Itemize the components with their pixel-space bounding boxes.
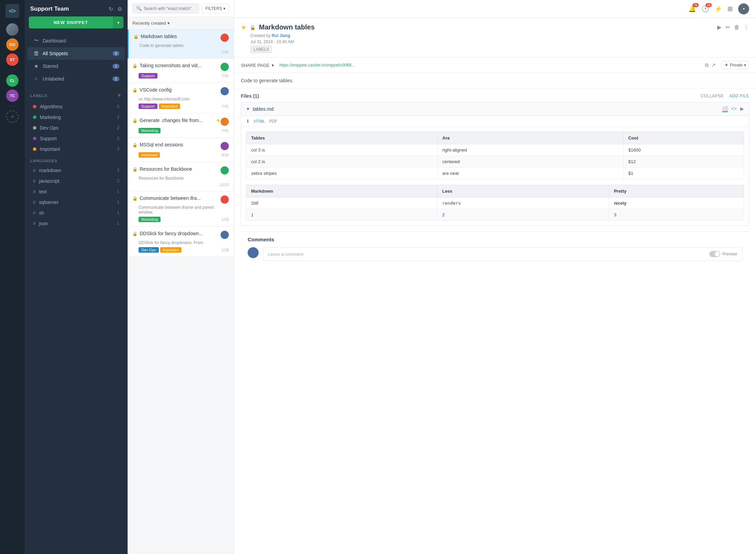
lang-item-sh[interactable]: # sh 1: [27, 208, 125, 218]
share-url[interactable]: https://snippets.cacher.io/snippet/c9068…: [280, 63, 699, 68]
add-label-button[interactable]: ＋: [116, 92, 122, 99]
table-cell: $1: [623, 168, 744, 179]
settings-icon[interactable]: ⚙: [117, 6, 122, 12]
activity-icon[interactable]: 🔔 71: [688, 5, 696, 13]
label-item-important[interactable]: Important 3: [27, 144, 125, 154]
add-team-button[interactable]: +: [6, 110, 19, 123]
code-icon[interactable]: <>: [731, 106, 737, 112]
pdf-download-link[interactable]: PDF: [269, 119, 277, 124]
hash-icon: #: [33, 168, 36, 173]
starred-count: 1: [113, 64, 119, 69]
feed-icon[interactable]: ⚡: [714, 5, 722, 13]
table-cell: are neat: [437, 168, 623, 179]
lang-item-text[interactable]: # text 1: [27, 186, 125, 197]
label-item-devops[interactable]: Dev Ops 2: [27, 123, 125, 133]
delete-icon[interactable]: 🗑: [734, 24, 740, 31]
search-input[interactable]: [144, 6, 195, 11]
label-count: 0: [117, 104, 119, 109]
sidebar-item-unlabeled[interactable]: ○ Unlabeled 2: [27, 73, 125, 85]
lang-item-json[interactable]: # json 1: [27, 218, 125, 229]
comments-title: Comments: [248, 237, 742, 242]
grid-icon[interactable]: ⊞: [728, 5, 733, 13]
important-dot: [33, 147, 36, 151]
snippet-item[interactable]: 🔒 DDSlick for fancy dropdown... DDSlick …: [128, 227, 234, 257]
html-download-link[interactable]: HTML: [254, 119, 265, 124]
copy-icon[interactable]: ⧉: [705, 62, 709, 68]
hash-icon: #: [33, 178, 36, 184]
refresh-icon[interactable]: ↻: [109, 6, 113, 12]
new-snippet-button[interactable]: NEW SNIPPET: [29, 16, 113, 28]
snippet-item[interactable]: 🔒 Resources for Backbone Resources for B…: [128, 162, 234, 191]
preview-icon[interactable]: ⬜: [722, 106, 728, 112]
snippet-item[interactable]: ★ 🔒 Generate .changes file from... Marke…: [128, 113, 234, 138]
private-button[interactable]: 👁 Private ▾: [721, 61, 749, 69]
download-icon[interactable]: ⬇: [246, 119, 250, 124]
sidebar-item-all-snippets[interactable]: ☰ All Snippets 9: [27, 47, 125, 60]
tag: Marketing: [139, 217, 161, 222]
edit-icon[interactable]: ✏: [725, 24, 730, 31]
snippet-item[interactable]: 🔒 Communicate between ifra... Communicat…: [128, 191, 234, 227]
tag: Important: [160, 247, 181, 253]
collapse-button[interactable]: COLLAPSE: [701, 94, 724, 98]
add-file-button[interactable]: ADD FILE: [729, 94, 749, 98]
snippet-item[interactable]: 🔒 VSCode config vs http://www.microsoft.…: [128, 83, 234, 113]
table-cell: $1600: [623, 144, 744, 156]
lang-count: 2: [117, 179, 119, 183]
snippet-description: Code to generate tables.: [234, 73, 756, 88]
table-row: col 3 is right-aligned $1600: [246, 144, 744, 156]
share-copy-buttons: ⧉ ↗: [705, 62, 716, 68]
tag: Dev Ops: [139, 247, 159, 253]
play-icon[interactable]: ▶: [717, 24, 721, 31]
label-item-support[interactable]: Support 2: [27, 133, 125, 144]
comment-input-box[interactable]: Leave a comment Preview: [263, 247, 742, 261]
sidebar-item-dashboard[interactable]: 〜 Dashboard: [27, 34, 125, 47]
lock-icon: 🔒: [132, 167, 138, 172]
run-icon[interactable]: ▶: [740, 106, 744, 112]
lang-item-markdown[interactable]: # markdown 3: [27, 165, 125, 176]
more-icon[interactable]: ⋮: [744, 24, 749, 31]
sidebar-item-starred[interactable]: ★ Starred 1: [27, 60, 125, 72]
avatar-cl[interactable]: CL: [6, 74, 19, 87]
main-avatar[interactable]: [6, 23, 19, 36]
snippet-item[interactable]: 🔒 Markdown tables Code to generate table…: [128, 29, 234, 59]
sidebar-header: Support Team ↻ ⚙: [25, 0, 128, 16]
sort-label: Recently created: [132, 21, 166, 26]
activity-badge: 71: [693, 3, 699, 7]
filters-button[interactable]: FILTERS ▾: [202, 4, 229, 13]
sort-header[interactable]: Recently created ▾: [128, 17, 234, 29]
table-cell: col 2 is: [246, 156, 438, 168]
detail-star-icon[interactable]: ★: [241, 24, 246, 31]
snippet-date: 7/31: [222, 104, 229, 108]
detail-labels-row: LABELS: [250, 46, 749, 53]
file-chevron-icon[interactable]: ▼: [246, 107, 250, 111]
snippet-tags: Important: [139, 152, 160, 158]
hash-icon: #: [33, 200, 36, 205]
lang-item-javascript[interactable]: # javascript 2: [27, 176, 125, 186]
snippet-title: Communicate between ifra...: [140, 195, 218, 201]
preview-toggle-switch[interactable]: [709, 251, 720, 257]
new-snippet-container: NEW SNIPPET ▾: [29, 16, 123, 28]
comments-section: Comments Leave a comment Preview: [241, 231, 749, 266]
lang-count: 1: [117, 210, 119, 215]
label-item-marketing[interactable]: Marketing 2: [27, 112, 125, 122]
avatar-do[interactable]: DO: [6, 38, 19, 51]
labels-button[interactable]: LABELS: [250, 46, 272, 53]
share-page-button[interactable]: SHARE PAGE ▾: [241, 63, 274, 68]
table1-wrapper: Tables Are Cool col 3 is right-aligned $…: [241, 127, 749, 226]
snippet-date: 7/31: [222, 74, 229, 78]
new-snippet-dropdown-button[interactable]: ▾: [113, 16, 123, 28]
search-box: 🔍: [132, 3, 199, 13]
detail-lock-icon: 🔒: [250, 25, 256, 30]
lang-name: json: [39, 221, 114, 226]
snippet-item[interactable]: 🔒 Taking screenshots and vid... Support …: [128, 59, 234, 83]
detail-view: ★ 🔒 Markdown tables ▶ ✏ 🗑 ⋮ Created by R…: [234, 18, 756, 554]
label-item-algorithms[interactable]: Algorithms 0: [27, 101, 125, 112]
snippet-item[interactable]: 🔒 MSSql end sessions Important 3/16: [128, 138, 234, 162]
lang-name: markdown: [39, 168, 114, 173]
open-link-icon[interactable]: ↗: [711, 62, 716, 68]
lang-item-sqlserver[interactable]: # sqlserver 1: [27, 197, 125, 207]
avatar-st[interactable]: ST: [6, 53, 19, 66]
avatar-tc[interactable]: TC: [6, 89, 19, 102]
user-avatar[interactable]: ▾: [738, 3, 749, 14]
clock-icon[interactable]: 🕐 11: [701, 5, 709, 13]
